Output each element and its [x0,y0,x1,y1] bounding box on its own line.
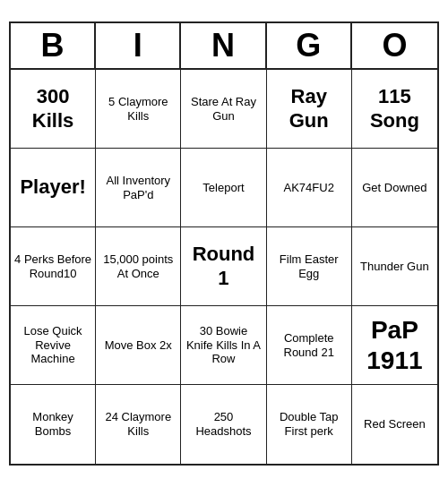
bingo-card: BINGO 300 Kills5 Claymore KillsStare At … [9,21,439,466]
header-letter: O [352,23,437,68]
bingo-cell[interactable]: 250 Headshots [181,385,266,464]
bingo-cell[interactable]: 4 Perks Before Round10 [11,227,96,306]
bingo-header: BINGO [11,23,437,70]
bingo-cell[interactable]: Red Screen [352,385,437,464]
bingo-cell[interactable]: Complete Round 21 [267,306,352,385]
bingo-cell[interactable]: Ray Gun [267,70,352,149]
bingo-cell[interactable]: Monkey Bombs [11,385,96,464]
bingo-grid: 300 Kills5 Claymore KillsStare At Ray Gu… [11,70,437,464]
bingo-cell[interactable]: PaP 1911 [352,306,437,385]
bingo-cell[interactable]: 300 Kills [11,70,96,149]
bingo-cell[interactable]: 15,000 points At Once [96,227,181,306]
bingo-cell[interactable]: AK74FU2 [267,149,352,227]
bingo-cell[interactable]: 115 Song [352,70,437,149]
bingo-cell[interactable]: Round 1 [181,227,266,306]
bingo-cell[interactable]: 5 Claymore Kills [96,70,181,149]
bingo-cell[interactable]: Move Box 2x [96,306,181,385]
bingo-cell[interactable]: 30 Bowie Knife Kills In A Row [181,306,266,385]
bingo-cell[interactable]: Double Tap First perk [267,385,352,464]
bingo-cell[interactable]: Stare At Ray Gun [181,70,266,149]
bingo-cell[interactable]: Teleport [181,149,266,227]
bingo-cell[interactable]: Film Easter Egg [267,227,352,306]
bingo-cell[interactable]: Player! [11,149,96,227]
header-letter: I [96,23,181,68]
header-letter: B [11,23,96,68]
header-letter: G [267,23,352,68]
bingo-cell[interactable]: Lose Quick Revive Machine [11,306,96,385]
bingo-cell[interactable]: 24 Claymore Kills [96,385,181,464]
bingo-cell[interactable]: All Inventory PaP'd [96,149,181,227]
bingo-cell[interactable]: Get Downed [352,149,437,227]
bingo-cell[interactable]: Thunder Gun [352,227,437,306]
header-letter: N [181,23,266,68]
